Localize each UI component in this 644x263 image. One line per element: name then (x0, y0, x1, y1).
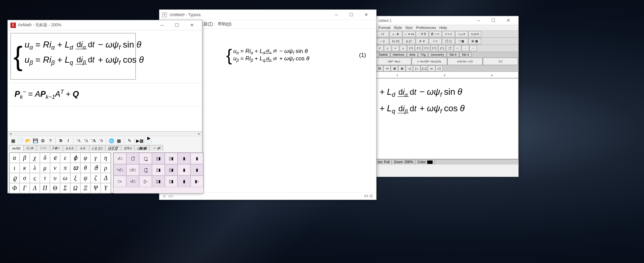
tb-btn[interactable]: ± (400, 45, 407, 51)
tb-btn[interactable]: {□} (423, 45, 430, 51)
tex-ruler[interactable]: 1 2 3 (376, 71, 518, 78)
tb-btn[interactable]: □ ▦ (455, 38, 468, 44)
template-cell[interactable]: ▮▫ (190, 176, 203, 187)
font-a1[interactable]: 'A (75, 137, 82, 144)
tpl-sqrt[interactable]: √(b²−4ac) (376, 58, 411, 65)
template-cell[interactable]: □̲̄ (139, 164, 152, 176)
greek-Ξ[interactable]: Ξ (80, 183, 91, 193)
menu-format[interactable]: Format (379, 26, 390, 30)
typora-titlebar[interactable]: T Untitled• - Typora ─ ☐ ✕ (159, 10, 376, 20)
greek-τ[interactable]: τ (40, 173, 50, 183)
tb-btn[interactable]: ◦ (469, 45, 477, 51)
color-swatch[interactable] (427, 160, 433, 164)
sym[interactable]: ▷ (413, 65, 420, 71)
template-cell[interactable]: □▫ (113, 176, 126, 187)
tab-radical[interactable]: √□≑ (23, 145, 37, 151)
tb-btn[interactable]: ∂ ∞ ℓ (442, 31, 455, 37)
greek-ϑ[interactable]: ϑ (91, 163, 101, 173)
tb-btn[interactable]: Λ Ω Θ (468, 31, 481, 37)
tab-sets[interactable]: Sets (407, 52, 418, 57)
tb-btn[interactable]: ∉ ∩ ⊂ (429, 31, 442, 37)
greek-ϱ[interactable]: ϱ (9, 173, 20, 183)
settings-icon[interactable]: ⚙ (40, 137, 46, 144)
greek-Φ[interactable]: Φ (9, 183, 20, 193)
tb-btn[interactable]: ▫ ▫ (454, 45, 461, 51)
tb-btn[interactable]: ∂ (376, 45, 384, 51)
globe-icon[interactable]: 🌐 (108, 137, 115, 144)
maximize-button[interactable]: ☐ (170, 21, 184, 30)
tb-btn[interactable]: ∫x ∫□ (403, 38, 415, 44)
template-cell[interactable]: ▮ (178, 164, 190, 176)
minimize-button[interactable]: ─ (471, 16, 486, 25)
template-cell[interactable]: ▮ (190, 164, 203, 176)
sym[interactable]: ⊕ (398, 65, 406, 71)
axmath-titlebar[interactable]: Σ AxMath - 无标题 - 200% ─ ☐ ✕ (8, 20, 202, 30)
greek-β[interactable]: β (20, 153, 30, 163)
tab-matrix[interactable]: (▦)▦ (134, 145, 150, 151)
template-cell[interactable]: □̲ (139, 153, 152, 164)
help-icon[interactable]: ? (47, 137, 54, 144)
template-cell[interactable]: √□ (113, 153, 126, 164)
greek-ε[interactable]: ε (60, 153, 70, 163)
tab-accents[interactable]: â ä ã (63, 145, 76, 151)
tb-btn[interactable]: [□] (407, 45, 415, 51)
font-a2[interactable]: 'A (83, 137, 89, 144)
tb-btn[interactable]: [□] (415, 45, 422, 51)
tex-document[interactable]: + Ld diαdt − ωψf sin θ + Lq diβdt + ωψf … (376, 78, 518, 159)
tpl-binomial[interactable]: n!/(r!(n−r)!) (447, 58, 483, 65)
tb-btn[interactable]: → ⇔ ↦ (403, 31, 415, 37)
tab-matrices[interactable]: Matrices (390, 52, 407, 57)
word-count[interactable]: 43 词 (364, 194, 373, 199)
greek-χ[interactable]: χ (30, 153, 40, 163)
tb-btn[interactable]: ⌐ ▯ (376, 38, 389, 44)
tab-brackets[interactable]: ( )[ ]{} (89, 145, 105, 151)
greek-ς[interactable]: ς (30, 173, 40, 183)
greek-υ[interactable]: υ (50, 173, 60, 183)
menu-style[interactable]: Style (394, 26, 402, 30)
minimize-button[interactable]: ─ (155, 21, 170, 30)
menu-preferences[interactable]: Preferences (416, 26, 436, 30)
tpl-half[interactable]: 1/2 (483, 58, 518, 65)
tab-geometry[interactable]: Geometry (428, 52, 446, 57)
tb-btn[interactable]: (□) (438, 45, 446, 51)
greek-ξ[interactable]: ξ (70, 173, 80, 183)
tpl-quadratic[interactable]: (−b±√(b²−4ac))/2a (412, 58, 447, 65)
new-icon[interactable]: ▦ (10, 137, 17, 144)
greek-ϖ[interactable]: ϖ (70, 163, 80, 173)
menu-help[interactable]: Help (439, 26, 447, 30)
maximize-button[interactable]: ☐ (344, 10, 359, 20)
tex-equation-1[interactable]: + Ld diαdt − ωψf sin θ (380, 87, 515, 98)
template-cell[interactable]: □̄ (126, 153, 139, 164)
template-cell[interactable]: ▯▮ (152, 153, 165, 164)
greek-ϕ[interactable]: ϕ (70, 153, 80, 163)
tb-btn[interactable]: ⟨□⟩ (431, 45, 438, 51)
greek-π[interactable]: π (60, 163, 70, 173)
tex-titlebar[interactable]: ntitled 1 ─ ☐ ✕ (376, 16, 518, 25)
export-icon[interactable]: ▶📄 (147, 137, 154, 144)
sym[interactable]: ◁ (406, 65, 413, 71)
greek-ν[interactable]: ν (50, 163, 60, 173)
edit-icon[interactable]: ✎ (126, 137, 133, 144)
greek-Υ[interactable]: Υ (101, 183, 111, 193)
template-cell[interactable]: ▯▮ (165, 176, 178, 187)
maximize-button[interactable]: ☐ (486, 16, 501, 25)
template-cell[interactable]: ▯▫ (139, 176, 152, 187)
tb-btn[interactable]: □̄ □̣ (442, 38, 455, 44)
tab-operators[interactable]: ∂⊕♀ (50, 145, 63, 151)
tab-8[interactable]: Tab 8 (447, 52, 459, 57)
greek-Σ[interactable]: Σ (60, 183, 70, 193)
tab-bigops[interactable]: ΣΠ∪ (121, 145, 134, 151)
tab-integrals[interactable]: ∫∮∬∭ (105, 145, 121, 151)
template-cell[interactable]: ▮ (178, 153, 190, 164)
template-cell[interactable]: ▮ (178, 176, 190, 187)
tab-arrows[interactable]: → ⇄ (149, 145, 163, 151)
greek-ψ[interactable]: ψ (80, 173, 91, 183)
tb-btn[interactable]: ∴ ∀ ∃ (416, 31, 429, 37)
template-cell[interactable]: ▯▮ (165, 164, 178, 176)
template-cell[interactable]: ▯▮ (152, 164, 165, 176)
greek-Γ[interactable]: Γ (20, 183, 30, 193)
minimize-button[interactable]: ─ (329, 10, 344, 20)
greek-θ[interactable]: θ (80, 163, 91, 173)
template-cell[interactable]: ▮ (190, 153, 203, 164)
sym[interactable]: [□] (420, 65, 428, 71)
